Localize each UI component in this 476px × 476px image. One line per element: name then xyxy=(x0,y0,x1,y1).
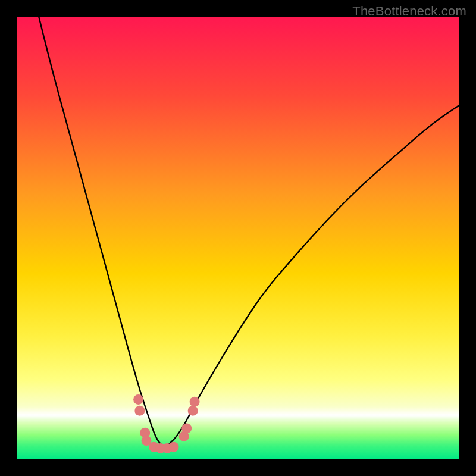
bottleneck-chart xyxy=(17,17,459,459)
gradient-background xyxy=(17,17,459,459)
curve-marker xyxy=(190,397,200,407)
figure-frame: TheBottleneck.com xyxy=(0,0,476,476)
curve-marker xyxy=(181,423,192,433)
curve-marker xyxy=(188,406,198,416)
curve-marker xyxy=(134,406,145,416)
plot-area xyxy=(17,17,459,459)
curve-marker xyxy=(169,442,179,452)
curve-marker xyxy=(133,394,143,405)
